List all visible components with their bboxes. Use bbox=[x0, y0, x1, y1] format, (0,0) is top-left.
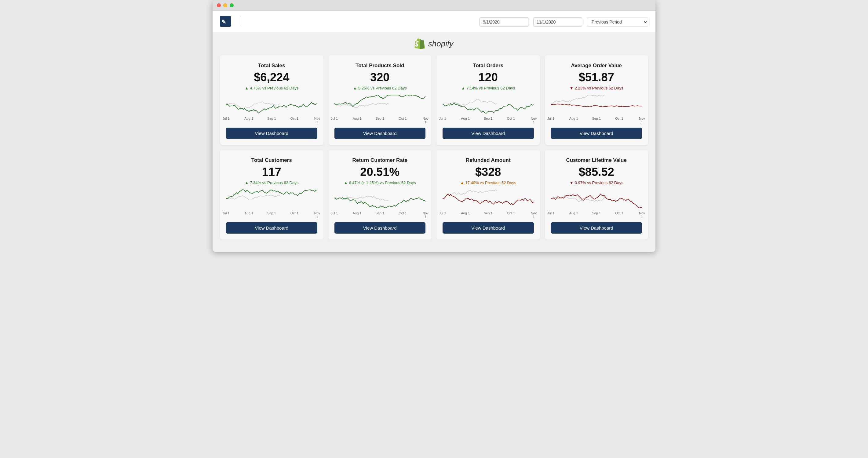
shopify-bag-icon bbox=[415, 38, 426, 49]
chart-labels-total-sales: Jul 1Aug 1Sep 1Oct 1Nov 1 bbox=[226, 117, 317, 122]
view-dashboard-button-total-products-sold[interactable]: View Dashboard bbox=[335, 128, 426, 139]
card-change-return-customer-rate: ▲ 6.47% (+ 1.25%) vs Previous 62 Days bbox=[344, 181, 416, 185]
chart-labels-customer-lifetime-value: Jul 1Aug 1Sep 1Oct 1Nov 1 bbox=[551, 211, 642, 216]
logo-area: ✎ bbox=[220, 16, 248, 27]
card-title-total-products-sold: Total Products Sold bbox=[355, 63, 404, 69]
svg-text:✎: ✎ bbox=[221, 19, 226, 25]
close-button[interactable] bbox=[217, 3, 221, 7]
penpath-icon: ✎ bbox=[220, 16, 231, 27]
shopify-label: shopify bbox=[428, 39, 453, 48]
card-change-total-products-sold: ▲ 5.26% vs Previous 62 Days bbox=[353, 86, 407, 90]
card-value-total-products-sold: 320 bbox=[370, 71, 390, 84]
card-title-total-customers: Total Customers bbox=[251, 157, 292, 163]
card-refunded-amount: Refunded Amount $328 ▲ 17.48% vs Previou… bbox=[436, 150, 540, 240]
card-title-refunded-amount: Refunded Amount bbox=[466, 157, 511, 163]
chart-total-products-sold bbox=[335, 93, 426, 115]
chart-average-order-value bbox=[551, 93, 642, 115]
card-change-customer-lifetime-value: ▼ 0.97% vs Previous 62 Days bbox=[569, 181, 623, 185]
shopify-logo: shopify bbox=[415, 38, 453, 49]
card-title-average-order-value: Average Order Value bbox=[571, 63, 622, 69]
view-dashboard-button-total-sales[interactable]: View Dashboard bbox=[226, 128, 317, 139]
card-return-customer-rate: Return Customer Rate 20.51% ▲ 6.47% (+ 1… bbox=[328, 150, 432, 240]
view-dashboard-button-refunded-amount[interactable]: View Dashboard bbox=[442, 222, 534, 234]
card-value-average-order-value: $51.87 bbox=[579, 71, 614, 84]
card-average-order-value: Average Order Value $51.87 ▼ 2.23% vs Pr… bbox=[545, 55, 648, 145]
card-value-total-customers: 117 bbox=[262, 166, 281, 178]
chart-labels-total-customers: Jul 1Aug 1Sep 1Oct 1Nov 1 bbox=[226, 211, 317, 216]
chart-labels-total-products-sold: Jul 1Aug 1Sep 1Oct 1Nov 1 bbox=[335, 117, 426, 122]
chart-total-sales bbox=[226, 93, 317, 115]
card-change-total-sales: ▲ 4.75% vs Previous 62 Days bbox=[245, 86, 299, 90]
comparison-group: Previous Period Previous Year Custom bbox=[587, 16, 648, 27]
view-dashboard-button-return-customer-rate[interactable]: View Dashboard bbox=[335, 222, 426, 234]
card-value-total-sales: $6,224 bbox=[254, 71, 289, 84]
cards-row-2: Total Customers 117 ▲ 7.34% vs Previous … bbox=[220, 150, 648, 240]
card-value-total-orders: 120 bbox=[478, 71, 498, 84]
card-total-orders: Total Orders 120 ▲ 7.14% vs Previous 62 … bbox=[436, 55, 540, 145]
chart-total-customers bbox=[226, 188, 317, 209]
titlebar bbox=[213, 0, 655, 11]
card-value-return-customer-rate: 20.51% bbox=[360, 166, 400, 178]
view-dashboard-button-customer-lifetime-value[interactable]: View Dashboard bbox=[551, 222, 642, 234]
card-change-total-orders: ▲ 7.14% vs Previous 62 Days bbox=[461, 86, 515, 90]
chart-customer-lifetime-value bbox=[551, 188, 642, 209]
card-change-refunded-amount: ▲ 17.48% vs Previous 62 Days bbox=[460, 181, 516, 185]
card-title-customer-lifetime-value: Customer Lifetime Value bbox=[566, 157, 627, 163]
shopify-header: shopify bbox=[213, 32, 655, 52]
chart-labels-average-order-value: Jul 1Aug 1Sep 1Oct 1Nov 1 bbox=[551, 117, 642, 122]
chart-labels-refunded-amount: Jul 1Aug 1Sep 1Oct 1Nov 1 bbox=[442, 211, 534, 216]
card-title-return-customer-rate: Return Customer Rate bbox=[352, 157, 407, 163]
view-dashboard-button-total-customers[interactable]: View Dashboard bbox=[226, 222, 317, 234]
card-total-sales: Total Sales $6,224 ▲ 4.75% vs Previous 6… bbox=[220, 55, 323, 145]
card-customer-lifetime-value: Customer Lifetime Value $85.52 ▼ 0.97% v… bbox=[545, 150, 648, 240]
card-change-average-order-value: ▼ 2.23% vs Previous 62 Days bbox=[569, 86, 623, 90]
chart-refunded-amount bbox=[442, 188, 534, 209]
card-value-refunded-amount: $328 bbox=[475, 166, 501, 178]
header: ✎ Previous Period bbox=[213, 11, 655, 32]
chart-return-customer-rate bbox=[335, 188, 426, 209]
view-dashboard-button-total-orders[interactable]: View Dashboard bbox=[442, 128, 534, 139]
start-date-input[interactable] bbox=[479, 18, 528, 27]
chart-total-orders bbox=[442, 93, 534, 115]
chart-labels-total-orders: Jul 1Aug 1Sep 1Oct 1Nov 1 bbox=[442, 117, 534, 122]
card-total-products-sold: Total Products Sold 320 ▲ 5.26% vs Previ… bbox=[328, 55, 432, 145]
comparison-select[interactable]: Previous Period Previous Year Custom bbox=[587, 17, 648, 27]
start-date-group bbox=[479, 16, 528, 27]
card-total-customers: Total Customers 117 ▲ 7.34% vs Previous … bbox=[220, 150, 323, 240]
date-controls: Previous Period Previous Year Custom bbox=[479, 16, 648, 27]
view-dashboard-button-average-order-value[interactable]: View Dashboard bbox=[551, 128, 642, 139]
minimize-button[interactable] bbox=[223, 3, 227, 7]
card-change-total-customers: ▲ 7.34% vs Previous 62 Days bbox=[245, 181, 299, 185]
logo-divider bbox=[241, 17, 241, 26]
cards-row-1: Total Sales $6,224 ▲ 4.75% vs Previous 6… bbox=[220, 55, 648, 145]
fullscreen-button[interactable] bbox=[230, 3, 234, 7]
chart-labels-return-customer-rate: Jul 1Aug 1Sep 1Oct 1Nov 1 bbox=[335, 211, 426, 216]
logo: ✎ bbox=[220, 16, 233, 27]
end-date-input[interactable] bbox=[533, 18, 582, 27]
card-value-customer-lifetime-value: $85.52 bbox=[579, 166, 614, 178]
end-date-group bbox=[533, 16, 582, 27]
card-title-total-orders: Total Orders bbox=[473, 63, 503, 69]
content: Total Sales $6,224 ▲ 4.75% vs Previous 6… bbox=[213, 52, 655, 252]
card-title-total-sales: Total Sales bbox=[258, 63, 285, 69]
